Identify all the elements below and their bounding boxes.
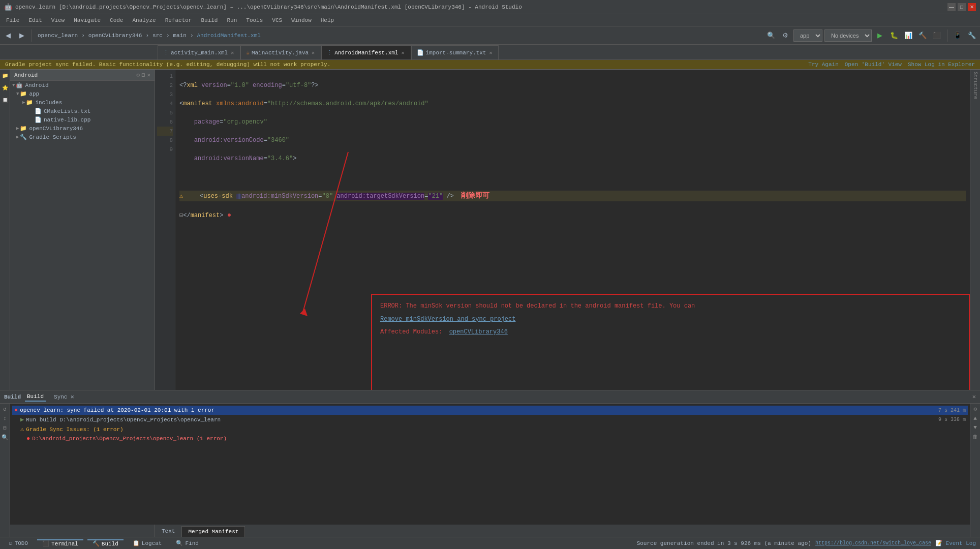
- show-log-link[interactable]: Show Log in Explorer: [908, 62, 975, 68]
- tab-bar: ⋮ activity_main.xml ✕ ☕ MainActivity.jav…: [0, 45, 980, 60]
- tab-close-4[interactable]: ✕: [488, 50, 493, 56]
- ln1: 1: [157, 72, 173, 81]
- status-todo-tab[interactable]: ☑ TODO: [4, 540, 33, 546]
- stop-btn[interactable]: ⬛: [931, 29, 943, 42]
- build-icon-4[interactable]: 🔍: [2, 434, 9, 441]
- maximize-button[interactable]: □: [958, 3, 966, 11]
- menu-view[interactable]: View: [47, 16, 69, 24]
- opencv-path-label: D:\android_projects\Opencv_Projects\open…: [32, 436, 227, 442]
- menu-code[interactable]: Code: [106, 16, 127, 24]
- profile-btn[interactable]: 📊: [902, 29, 914, 42]
- sync-message: Gradle project sync failed. Basic functi…: [5, 62, 330, 68]
- menu-vcs[interactable]: VCS: [268, 16, 286, 24]
- menu-window[interactable]: Window: [287, 16, 316, 24]
- build-icon-1[interactable]: ↺: [3, 406, 7, 412]
- tree-expand-icon[interactable]: ⊟: [142, 72, 145, 78]
- debug-btn[interactable]: 🐛: [888, 29, 900, 42]
- favorites-icon[interactable]: ⭐: [1, 84, 9, 92]
- build-item-opencv-path[interactable]: ● D:\android_projects\Opencv_Projects\op…: [12, 434, 968, 443]
- tab-java-icon: ☕: [246, 49, 250, 56]
- toolbar-manifest: AndroidManifest.xml: [195, 33, 263, 39]
- menu-analyze[interactable]: Analyze: [128, 16, 160, 24]
- build-item-gradle-sync[interactable]: ⚠ Gradle Sync Issues: (1 error): [12, 424, 968, 434]
- tree-item-app[interactable]: ▼ 📁 app: [10, 89, 155, 98]
- menu-tools[interactable]: Tools: [242, 16, 267, 24]
- build-item-run-build[interactable]: ▶ Run build D:\android_projects\Opencv_P…: [12, 415, 968, 424]
- avd-btn[interactable]: 📱: [952, 29, 964, 42]
- app-label: app: [29, 91, 39, 97]
- tree-item-includes[interactable]: ▶ 📁 includes: [10, 98, 155, 107]
- menu-navigate[interactable]: Navigate: [70, 16, 105, 24]
- build-tab-build[interactable]: Build: [25, 392, 46, 402]
- app-config-select[interactable]: app: [793, 29, 822, 42]
- project-icon[interactable]: 📁: [1, 72, 9, 80]
- build-icon-2[interactable]: ↕: [3, 415, 7, 421]
- build-right-icon-4[interactable]: 🗑: [972, 434, 978, 440]
- toolbar-sep2: ›: [145, 33, 149, 39]
- menu-build[interactable]: Build: [197, 16, 222, 24]
- try-again-link[interactable]: Try Again: [808, 62, 838, 68]
- device-select[interactable]: No devices: [824, 29, 872, 42]
- status-event-log[interactable]: 📝 Event Log: [935, 540, 976, 546]
- tree-title: Android: [14, 72, 38, 78]
- build-tab-sync[interactable]: Sync ✕: [52, 392, 76, 401]
- logcat-label: Logcat: [142, 540, 162, 546]
- tree-item-opencv[interactable]: ▶ 📁 openCVLibrary346: [10, 124, 155, 133]
- error-icon-1: ●: [14, 407, 18, 414]
- build-panel-close[interactable]: ✕: [972, 393, 976, 401]
- error-dot: ●: [227, 211, 231, 219]
- structure-icon[interactable]: 🔲: [1, 96, 9, 104]
- toolbar-forward-btn[interactable]: ▶: [16, 29, 28, 42]
- tree-close-icon[interactable]: ✕: [147, 72, 150, 78]
- menu-edit[interactable]: Edit: [24, 16, 46, 24]
- status-build-tab[interactable]: 🔨 Build: [87, 539, 124, 547]
- build-right-icon-2[interactable]: ▲: [973, 415, 977, 421]
- minimize-button[interactable]: —: [947, 3, 956, 11]
- remove-minsdk-link[interactable]: Remove minSdkVersion and sync project: [380, 316, 515, 323]
- tab-main-activity[interactable]: ☕ MainActivity.java ✕: [240, 45, 321, 59]
- code-line-5: android:versionName="3.4.6">: [179, 154, 966, 163]
- run-btn[interactable]: ▶: [874, 29, 886, 42]
- tab-close-2[interactable]: ✕: [311, 50, 316, 56]
- toolbar-search-btn[interactable]: 🔍: [765, 29, 777, 42]
- close-button[interactable]: ✕: [968, 3, 976, 11]
- tree-item-nativelib[interactable]: 📄 native-lib.cpp: [10, 115, 155, 124]
- tree-item-gradle[interactable]: ▶ 🔧 Gradle Scripts: [10, 133, 155, 141]
- menu-refactor[interactable]: Refactor: [161, 16, 196, 24]
- tab-xml-icon-2: ⋮: [327, 49, 332, 56]
- ln6: 6: [157, 117, 173, 127]
- status-terminal-tab[interactable]: ⬛ Terminal: [37, 539, 83, 547]
- tab-close-1[interactable]: ✕: [230, 50, 235, 56]
- tab-close-3[interactable]: ✕: [401, 50, 406, 56]
- build-icon-3[interactable]: ⊟: [3, 424, 7, 431]
- build-right-icon-1[interactable]: ⚙: [973, 406, 977, 412]
- tree-item-android[interactable]: ▼ 🤖 Android: [10, 81, 155, 89]
- menu-file[interactable]: File: [2, 16, 23, 24]
- status-find-tab[interactable]: 🔍 Find: [171, 540, 203, 546]
- manifest-tab-merged[interactable]: Merged Manifest: [181, 526, 245, 537]
- tab-android-manifest[interactable]: ⋮ AndroidManifest.xml ✕: [321, 45, 411, 59]
- build-item-sync-failed[interactable]: ● opencv_learn: sync failed at 2020-02-0…: [12, 406, 968, 415]
- right-icon-1[interactable]: Structure: [972, 72, 978, 99]
- menu-help[interactable]: Help: [317, 16, 338, 24]
- sdk-btn[interactable]: 🔧: [966, 29, 978, 42]
- menu-run[interactable]: Run: [223, 16, 241, 24]
- csdn-link[interactable]: https://blog.csdn.net/switch_loye_case: [815, 540, 931, 546]
- toolbar-back-btn[interactable]: ◀: [2, 29, 14, 42]
- status-logcat-tab[interactable]: 📋 Logcat: [128, 540, 167, 546]
- open-build-link[interactable]: Open 'Build' View: [845, 62, 902, 68]
- module-link[interactable]: openCVLibrary346: [449, 328, 508, 336]
- tab-import-summary[interactable]: 📄 import-summary.txt ✕: [411, 45, 499, 59]
- todo-label: TODO: [15, 540, 28, 546]
- toolbar-left: ◀ ▶ opencv_learn › openCVLibrary346 › sr…: [2, 29, 263, 42]
- build-right-icon-3[interactable]: ▼: [973, 424, 977, 431]
- run-build-time: 9 s 338 m: [938, 417, 966, 422]
- tree-item-cmake[interactable]: 📄 CMakeLists.txt: [10, 107, 155, 115]
- tree-settings-icon[interactable]: ⚙: [136, 72, 140, 78]
- android-arrow: ▼: [12, 83, 15, 88]
- toolbar-settings-btn[interactable]: ⚙: [779, 29, 791, 42]
- tab-activity-main[interactable]: ⋮ activity_main.xml ✕: [158, 45, 240, 59]
- build-btn[interactable]: 🔨: [916, 29, 929, 42]
- manifest-tab-text[interactable]: Text: [155, 526, 181, 537]
- gradle-icon: 🔧: [20, 134, 27, 140]
